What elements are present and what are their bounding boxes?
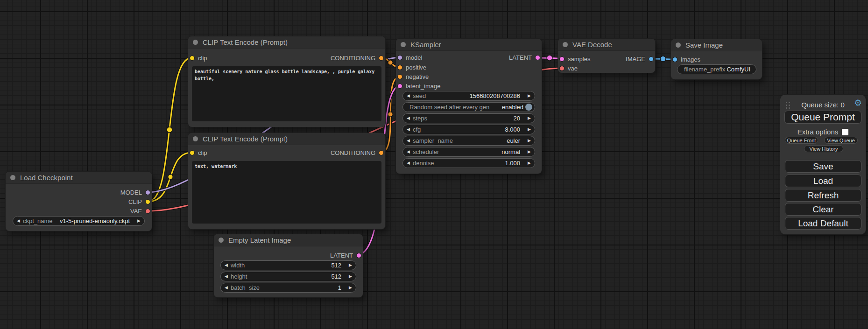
arrow-right-icon[interactable]: ▶ — [137, 219, 141, 223]
arrow-left-icon[interactable]: ◀ — [407, 139, 410, 143]
arrow-right-icon[interactable]: ▶ — [349, 274, 352, 279]
clear-button[interactable]: Clear — [785, 203, 861, 216]
arrow-left-icon[interactable]: ◀ — [407, 127, 410, 132]
collapse-dot[interactable] — [219, 238, 224, 243]
view-queue-button[interactable]: View Queue — [824, 137, 858, 144]
port-label: latent_image — [406, 83, 440, 90]
port-dot-latent[interactable] — [559, 56, 565, 62]
widget-value: 512 — [331, 273, 341, 280]
port-dot-image[interactable] — [649, 56, 654, 62]
view-history-button[interactable]: View History — [804, 145, 843, 152]
port-dot-clip[interactable] — [145, 199, 150, 204]
arrow-right-icon[interactable]: ▶ — [528, 94, 531, 98]
comfyui-canvas[interactable]: { "colors": { "model": "#b39ddb", "clip"… — [0, 0, 868, 329]
input-model: model — [397, 53, 422, 62]
gear-icon[interactable]: ⚙ — [854, 98, 862, 108]
node-header[interactable]: Empty Latent Image — [214, 234, 363, 246]
arrow-left-icon[interactable]: ◀ — [407, 161, 410, 165]
widget-denoise[interactable]: ◀ denoise 1.000 ▶ — [402, 158, 535, 168]
node-ksampler[interactable]: KSampler model positive negative latent_… — [396, 39, 542, 174]
link-dot — [660, 56, 666, 62]
node-clip-text-encode-positive[interactable]: CLIP Text Encode (Prompt) clip CONDITION… — [188, 36, 385, 127]
port-label: images — [681, 56, 700, 63]
arrow-right-icon[interactable]: ▶ — [528, 127, 531, 132]
port-dot-conditioning[interactable] — [397, 74, 402, 79]
widget-width[interactable]: ◀ width 512 ▶ — [220, 260, 356, 270]
widget-value: normal — [501, 148, 520, 155]
node-header[interactable]: CLIP Text Encode (Prompt) — [188, 133, 385, 145]
toggle-circle[interactable] — [525, 104, 532, 111]
input-clip: clip — [190, 148, 207, 157]
port-label: MODEL — [120, 189, 142, 196]
collapse-dot[interactable] — [10, 175, 15, 180]
node-load-checkpoint[interactable]: Load Checkpoint MODEL CLIP VAE ◀ ckpt_na… — [6, 172, 152, 231]
prompt-textarea[interactable]: beautiful scenery nature glass bottle la… — [192, 66, 381, 121]
widget-value: 156680208700286 — [470, 92, 520, 99]
port-dot-clip[interactable] — [190, 150, 195, 155]
port-dot-latent[interactable] — [535, 55, 540, 60]
arrow-left-icon[interactable]: ◀ — [17, 219, 20, 223]
widget-ckpt-name[interactable]: ◀ ckpt_name v1-5-pruned-emaonly.ckpt ▶ — [13, 216, 145, 226]
collapse-dot[interactable] — [193, 40, 198, 45]
arrow-right-icon[interactable]: ▶ — [349, 263, 352, 267]
widget-label: denoise — [413, 160, 434, 167]
node-empty-latent-image[interactable]: Empty Latent Image LATENT ◀ width 512 ▶ … — [214, 234, 363, 297]
widget-height[interactable]: ◀ height 512 ▶ — [220, 272, 356, 281]
save-button[interactable]: Save — [785, 160, 861, 173]
collapse-dot[interactable] — [676, 42, 681, 48]
arrow-right-icon[interactable]: ▶ — [349, 286, 352, 290]
load-default-button[interactable]: Load Default — [785, 217, 861, 230]
widget-cfg[interactable]: ◀ cfg 8.000 ▶ — [402, 125, 535, 134]
node-header[interactable]: Load Checkpoint — [6, 172, 152, 184]
arrow-left-icon[interactable]: ◀ — [407, 94, 410, 98]
widget-batch-size[interactable]: ◀ batch_size 1 ▶ — [220, 283, 356, 293]
widget-scheduler[interactable]: ◀ scheduler normal ▶ — [402, 147, 535, 157]
queue-prompt-button[interactable]: Queue Prompt — [784, 111, 861, 124]
widget-steps[interactable]: ◀ steps 20 ▶ — [402, 113, 535, 123]
input-negative: negative — [397, 72, 429, 81]
node-clip-text-encode-negative[interactable]: CLIP Text Encode (Prompt) clip CONDITION… — [188, 133, 385, 229]
widget-label: width — [231, 262, 245, 269]
port-dot-vae[interactable] — [559, 66, 565, 71]
arrow-left-icon[interactable]: ◀ — [225, 274, 228, 279]
arrow-right-icon[interactable]: ▶ — [528, 161, 531, 165]
port-dot-clip[interactable] — [190, 56, 195, 61]
load-button[interactable]: Load — [785, 175, 861, 187]
arrow-left-icon[interactable]: ◀ — [407, 116, 410, 120]
node-header[interactable]: CLIP Text Encode (Prompt) — [188, 36, 385, 49]
arrow-right-icon[interactable]: ▶ — [528, 139, 531, 143]
collapse-dot[interactable] — [401, 42, 406, 47]
widget-sampler-name[interactable]: ◀ sampler_name euler ▶ — [402, 136, 535, 146]
refresh-button[interactable]: Refresh — [785, 189, 861, 202]
port-dot-model[interactable] — [145, 190, 150, 195]
port-label: vae — [568, 65, 578, 72]
node-vae-decode[interactable]: VAE Decode samples vae IMAGE — [558, 39, 655, 73]
arrow-left-icon[interactable]: ◀ — [407, 150, 410, 154]
port-dot-latent[interactable] — [397, 84, 402, 89]
port-dot-vae[interactable] — [145, 209, 150, 214]
port-dot-latent[interactable] — [356, 253, 361, 258]
collapse-dot[interactable] — [563, 42, 568, 47]
port-dot-conditioning[interactable] — [379, 150, 384, 155]
queue-front-button[interactable]: Queue Front — [785, 137, 818, 144]
port-dot-conditioning[interactable] — [397, 65, 402, 70]
node-save-image[interactable]: Save Image images filename_prefix ComfyU… — [671, 39, 762, 79]
collapse-dot[interactable] — [193, 136, 198, 141]
widget-filename-prefix[interactable]: filename_prefix ComfyUI — [677, 64, 756, 74]
arrow-left-icon[interactable]: ◀ — [225, 263, 228, 267]
port-dot-model[interactable] — [397, 55, 402, 60]
port-dot-image[interactable] — [672, 57, 677, 62]
output-vae: VAE — [130, 206, 150, 216]
port-dot-conditioning[interactable] — [379, 56, 384, 61]
extra-options-checkbox[interactable] — [842, 129, 848, 135]
node-header[interactable]: VAE Decode — [558, 39, 655, 51]
node-header[interactable]: KSampler — [396, 39, 542, 51]
prompt-textarea[interactable]: text, watermark — [192, 161, 381, 224]
node-header[interactable]: Save Image — [671, 39, 762, 51]
widget-seed[interactable]: ◀ seed 156680208700286 ▶ — [402, 91, 535, 101]
arrow-right-icon[interactable]: ▶ — [528, 116, 531, 120]
arrow-left-icon[interactable]: ◀ — [225, 286, 228, 290]
port-label: CLIP — [128, 198, 142, 205]
widget-random-seed[interactable]: Random seed after every gen enabled — [402, 102, 535, 112]
arrow-right-icon[interactable]: ▶ — [528, 150, 531, 154]
